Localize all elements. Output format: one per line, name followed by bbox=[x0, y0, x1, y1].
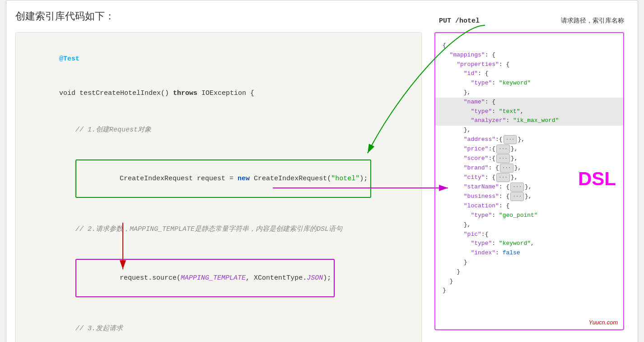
json-line-root-end: } bbox=[443, 286, 616, 295]
json-line-4: "id": { bbox=[443, 69, 616, 79]
json-line-3: "properties": { bbox=[443, 60, 616, 70]
json-line-pic-end: } bbox=[443, 258, 616, 267]
json-line-pic-index: "index": false bbox=[443, 248, 616, 258]
code-comment1: // 1.创建Request对象 bbox=[27, 112, 411, 147]
json-line-mappings-end: } bbox=[443, 277, 616, 286]
json-line-price: "price":{···}, bbox=[443, 145, 616, 154]
code-create-request: CreateIndexRequest request = new CreateI… bbox=[27, 147, 411, 211]
code-block: @Test void testCreateHotelIndex() throws… bbox=[15, 32, 422, 342]
json-line-location-type: "type": "geo_point" bbox=[443, 211, 616, 220]
json-line-address: "address":{···}, bbox=[443, 135, 616, 145]
code-comment2: // 2.请求参数，MAPPING_TEMPLATE是静态常量字符串，内容是创建… bbox=[27, 212, 411, 247]
main-container: 创建索引库代码如下： @Test void testCreateHotelInd… bbox=[6, 0, 638, 342]
code-method-sig: void testCreateHotelIndex() throws IOExc… bbox=[27, 76, 411, 111]
code-source: request.source(MAPPING_TEMPLATE, XConten… bbox=[27, 247, 411, 310]
json-line-2: "mappings": { bbox=[443, 51, 616, 60]
json-line-location-start: "location": { bbox=[443, 201, 616, 211]
page-title: 创建索引库代码如下： bbox=[15, 9, 425, 23]
json-line-props-end: } bbox=[443, 267, 616, 277]
json-line-name-type: "type": "text", bbox=[435, 107, 623, 117]
json-line-1: { bbox=[443, 41, 616, 51]
right-panel-wrapper: PUT /hotel 请求路径，索引库名称 { "mappings": { "p… bbox=[434, 9, 629, 342]
json-line-name-analyzer: "analyzer": "ik_max_word" bbox=[435, 116, 623, 126]
json-line-score: "score":{···}, bbox=[443, 154, 616, 164]
json-line-business: "business": {···}, bbox=[443, 192, 616, 201]
watermark: Yuucn.com bbox=[588, 319, 618, 326]
code-annotation: @Test bbox=[27, 42, 411, 76]
json-line-name-start: "name": { bbox=[435, 98, 623, 107]
json-line-pic-start: "pic":{ bbox=[443, 230, 616, 239]
json-line-name-end: }, bbox=[443, 126, 616, 135]
right-panel: { "mappings": { "properties": { "id": { … bbox=[434, 32, 624, 330]
dsl-label: DSL bbox=[578, 168, 616, 190]
json-line-5: "type": "keyword" bbox=[443, 79, 616, 88]
left-panel: 创建索引库代码如下： @Test void testCreateHotelInd… bbox=[15, 9, 425, 342]
code-comment3: // 3.发起请求 bbox=[27, 311, 411, 342]
json-line-pic-type: "type": "keyword", bbox=[443, 239, 616, 248]
request-path-header: PUT /hotel 请求路径，索引库名称 bbox=[434, 9, 629, 32]
json-line-6: }, bbox=[443, 88, 616, 98]
json-line-location-end: }, bbox=[443, 220, 616, 230]
